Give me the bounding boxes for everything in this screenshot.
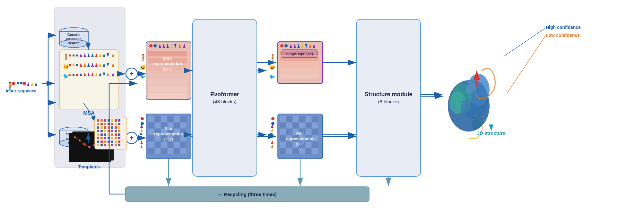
svg-rect-117	[97, 130, 99, 132]
svg-rect-272	[280, 142, 286, 148]
svg-rect-183	[148, 123, 154, 128]
svg-rect-283	[312, 148, 318, 154]
svg-rect-38	[69, 64, 71, 66]
svg-rect-39	[73, 64, 74, 66]
svg-rect-281	[299, 148, 305, 154]
svg-rect-276	[306, 142, 311, 148]
svg-rect-116	[118, 126, 120, 129]
svg-rect-177	[148, 116, 154, 122]
svg-rect-253	[312, 116, 318, 122]
svg-point-285	[271, 122, 274, 125]
svg-point-284	[271, 117, 274, 120]
diagram-container: 🧍 Input sequence Genetic database search…	[0, 0, 644, 222]
svg-point-154	[149, 44, 152, 47]
svg-text:(r,r,c): (r,r,c)	[296, 142, 304, 146]
svg-text:🧍: 🧍	[63, 54, 69, 60]
svg-rect-251	[299, 116, 305, 122]
svg-rect-266	[280, 135, 286, 141]
svg-rect-277	[312, 142, 318, 148]
svg-text:database: database	[66, 37, 82, 41]
svg-marker-289	[271, 140, 274, 144]
svg-rect-188	[180, 123, 186, 128]
svg-point-215	[141, 117, 144, 120]
svg-rect-133	[104, 137, 106, 139]
svg-rect-207	[148, 148, 154, 154]
svg-text:representation: representation	[286, 136, 315, 141]
msa-repr-label: MSA	[163, 56, 173, 61]
svg-text:(s,r,c): (s,r,c)	[163, 66, 172, 71]
svg-rect-168	[148, 86, 187, 92]
svg-rect-206	[180, 142, 186, 148]
svg-rect-180	[168, 116, 173, 122]
svg-rect-147	[104, 144, 106, 146]
three-d-structure-label: 3D structure	[477, 130, 505, 136]
svg-text:+: +	[130, 134, 134, 142]
svg-rect-143	[115, 141, 117, 143]
svg-rect-105	[104, 123, 106, 125]
svg-marker-287	[271, 128, 274, 132]
pair-repr-1-label: Pair	[165, 126, 173, 131]
svg-rect-280	[293, 148, 299, 154]
svg-point-4	[12, 82, 15, 85]
svg-marker-8	[27, 82, 30, 86]
svg-rect-209	[161, 148, 167, 154]
svg-rect-27	[76, 55, 78, 56]
svg-rect-137	[118, 137, 120, 139]
evoformer-label: Evoformer	[210, 91, 239, 98]
svg-rect-258	[306, 123, 311, 128]
svg-rect-142	[111, 141, 113, 143]
svg-rect-204	[168, 142, 173, 148]
svg-rect-140	[104, 141, 106, 143]
svg-rect-132	[100, 137, 103, 139]
svg-text:representation: representation	[153, 61, 182, 66]
svg-text:search: search	[68, 41, 80, 45]
svg-text:🐱: 🐱	[63, 64, 69, 70]
svg-rect-130	[118, 133, 120, 136]
svg-rect-115	[115, 126, 117, 129]
svg-line-303	[504, 28, 545, 56]
svg-rect-208	[155, 148, 161, 154]
svg-rect-256	[293, 123, 299, 128]
svg-rect-167	[148, 79, 187, 85]
svg-rect-128	[111, 133, 113, 136]
svg-rect-119	[104, 130, 106, 132]
svg-rect-144	[118, 141, 120, 143]
svg-rect-5	[17, 82, 19, 84]
svg-rect-252	[306, 116, 311, 122]
svg-rect-166	[148, 72, 187, 78]
svg-rect-255	[286, 123, 292, 128]
svg-rect-149	[111, 144, 113, 146]
svg-marker-288	[270, 133, 274, 135]
svg-rect-278	[280, 148, 286, 154]
svg-point-155	[153, 44, 157, 47]
svg-rect-118	[100, 130, 103, 132]
svg-rect-95	[95, 117, 127, 149]
svg-rect-26	[73, 55, 74, 56]
svg-rect-52	[73, 74, 74, 76]
structure-module-label: Structure module	[364, 91, 412, 98]
svg-line-304	[507, 36, 545, 93]
svg-rect-123	[118, 130, 120, 132]
svg-rect-202	[155, 142, 161, 148]
svg-rect-264	[306, 129, 311, 135]
svg-point-232	[284, 44, 288, 47]
svg-rect-107	[111, 123, 113, 125]
svg-rect-181	[174, 116, 180, 122]
svg-rect-250	[293, 116, 299, 122]
svg-rect-210	[168, 148, 173, 154]
svg-text:🐱: 🐱	[269, 64, 275, 70]
low-confidence-label: Low confidence	[546, 33, 580, 38]
svg-rect-97	[100, 119, 103, 122]
svg-rect-182	[180, 116, 186, 122]
svg-rect-114	[111, 126, 113, 129]
svg-rect-111	[100, 126, 103, 129]
svg-text:🐱: 🐱	[140, 64, 146, 70]
svg-rect-51	[69, 74, 71, 76]
svg-rect-98	[104, 119, 106, 122]
svg-text:🐦: 🐦	[140, 74, 146, 80]
svg-rect-139	[100, 141, 103, 143]
svg-point-7	[23, 82, 26, 85]
svg-marker-220	[140, 140, 143, 144]
svg-rect-25	[69, 55, 71, 56]
svg-rect-169	[148, 93, 187, 99]
